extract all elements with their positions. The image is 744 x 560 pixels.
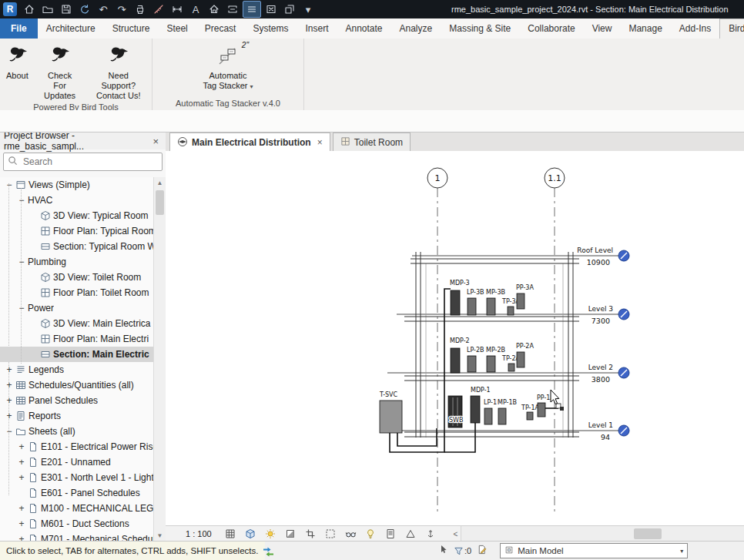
ribbon-tab-analyze[interactable]: Analyze <box>391 18 441 39</box>
equipment-mdp-2[interactable]: MDP-2 <box>450 337 470 373</box>
ribbon-tab-annotate[interactable]: Annotate <box>337 18 390 39</box>
selection-cursor-icon[interactable] <box>439 545 448 557</box>
ribbon-tab-massing-site[interactable]: Massing & Site <box>441 18 519 39</box>
ribbon-tab-collaborate[interactable]: Collaborate <box>519 18 583 39</box>
ribbon-tab-view[interactable]: View <box>584 18 621 39</box>
view-tab-main-electrical-distribution[interactable]: Main Electrical Distribution× <box>169 132 330 152</box>
view-tab-toilet-room[interactable]: Toilet Room <box>333 132 411 151</box>
scrollbar-thumb[interactable] <box>156 190 164 215</box>
hide-analytical-model-icon[interactable] <box>404 528 417 540</box>
ribbon-tab-bird-tools[interactable]: Bird Tools <box>719 18 744 39</box>
expander-plus-icon[interactable]: + <box>17 441 26 452</box>
horizontal-scrollbar[interactable] <box>461 526 744 542</box>
close-icon[interactable]: × <box>150 136 162 147</box>
tree-item-m601-duct-sections[interactable]: +M601 - Duct Sections <box>0 516 154 531</box>
search-input[interactable] <box>22 156 158 168</box>
ribbon-tab-structure[interactable]: Structure <box>104 18 159 39</box>
tree-item-schedules-quantities-all[interactable]: +Schedules/Quantities (all) <box>0 377 154 393</box>
expander-plus-icon[interactable]: + <box>17 457 26 468</box>
tree-item-m100-mechanical-legend[interactable]: +M100 - MECHANICAL LEGEND <box>0 501 154 516</box>
equipment-t-svc[interactable]: T-SVC <box>379 391 402 433</box>
editable-only-icon[interactable] <box>477 545 487 557</box>
ribbon-tab-systems[interactable]: Systems <box>244 18 297 39</box>
reveal-hidden-elements-icon[interactable] <box>364 528 377 540</box>
view-scale[interactable]: 1 : 100 <box>186 529 212 538</box>
scroll-down-icon[interactable]: ▼ <box>154 530 166 542</box>
panel-tag[interactable] <box>560 407 564 411</box>
show-constraints-icon[interactable] <box>424 528 437 540</box>
sun-path-icon[interactable] <box>264 528 277 540</box>
expander-plus-icon[interactable]: + <box>5 411 14 421</box>
redo-icon[interactable]: ↷ <box>113 2 130 17</box>
check-for-updates-button[interactable]: CheckFor Updates <box>33 40 87 101</box>
print-icon[interactable] <box>132 2 149 17</box>
selection-filter-icon[interactable]: :0 <box>454 546 471 556</box>
save-icon[interactable] <box>58 2 75 17</box>
equipment-lp-2b[interactable]: LP-2B <box>467 347 484 372</box>
drawing-canvas[interactable]: 11.1Roof Level10900Level 37300Level 2380… <box>166 151 744 526</box>
tree-item-legends[interactable]: +Legends <box>0 362 154 377</box>
temporary-view-properties-icon[interactable] <box>384 528 397 540</box>
undo-icon[interactable]: ↶ <box>95 2 112 17</box>
equipment-pp-2a[interactable]: PP-2A <box>516 343 534 367</box>
ribbon-tab-insert[interactable]: Insert <box>297 18 337 39</box>
tree-item-floor-plan-main-electri[interactable]: Floor Plan: Main Electri <box>0 331 154 347</box>
horizontal-scrollbar-thumb[interactable] <box>634 528 662 539</box>
ribbon-tab-architecture[interactable]: Architecture <box>38 18 104 39</box>
tree-item-e301-north-level-1-lightin[interactable]: +E301 - North Level 1 - Lightin <box>0 470 154 485</box>
close-hidden-windows-icon[interactable] <box>263 2 280 17</box>
ribbon-tab-precast[interactable]: Precast <box>196 18 245 39</box>
expander-minus-icon[interactable]: − <box>17 195 26 206</box>
expander-plus-icon[interactable]: + <box>5 395 14 406</box>
tree-item-sheets-all[interactable]: −Sheets (all) <box>0 424 154 439</box>
dimension-icon[interactable] <box>169 2 186 17</box>
equipment-swb[interactable]: SWB <box>448 396 463 428</box>
customize-qat-icon[interactable]: ▾ <box>300 2 317 17</box>
tree-item-e201-unnamed[interactable]: +E201 - Unnamed <box>0 454 154 470</box>
measure-icon[interactable] <box>150 2 167 17</box>
tree-item-floor-plan-toilet-room[interactable]: Floor Plan: Toilet Room <box>0 285 154 300</box>
tree-item-hvac[interactable]: −HVAC <box>0 193 154 208</box>
shadows-icon[interactable] <box>284 528 297 540</box>
close-icon[interactable]: × <box>317 137 323 148</box>
section-icon[interactable] <box>224 2 241 17</box>
project-browser-header[interactable]: Project Browser - rme_basic_sampl... × <box>0 132 166 149</box>
search-box[interactable] <box>3 153 163 171</box>
home-icon[interactable] <box>21 2 38 17</box>
tree-item-power[interactable]: −Power <box>0 300 154 316</box>
expander-plus-icon[interactable]: + <box>17 503 26 514</box>
detail-level-icon[interactable] <box>224 528 237 540</box>
expander-minus-icon[interactable]: − <box>5 426 14 437</box>
design-options-select[interactable]: Main Model ▾ <box>500 543 688 558</box>
expander-minus-icon[interactable]: − <box>17 303 26 314</box>
expander-minus-icon[interactable]: − <box>17 257 26 267</box>
thin-lines-icon[interactable] <box>243 1 261 18</box>
show-crop-region-icon[interactable] <box>324 528 337 540</box>
tree-item-3d-view-typical-room[interactable]: 3D View: Typical Room <box>0 208 154 223</box>
tree-item-views-simple[interactable]: −Views (Simple) <box>0 177 154 193</box>
equipment-pp-3a[interactable]: PP-3A <box>516 284 534 309</box>
tree-item-e101-electrical-power-riser-d[interactable]: +E101 - Electrical Power Riser D <box>0 439 154 454</box>
tree-item-section-typical-room-w[interactable]: Section: Typical Room W <box>0 239 154 254</box>
ribbon-tab-steel[interactable]: Steel <box>158 18 196 39</box>
expander-plus-icon[interactable]: + <box>5 380 14 391</box>
equipment-mdp-3[interactable]: MDP-3 <box>450 280 470 315</box>
ribbon-tab-file[interactable]: File <box>0 18 38 39</box>
default-3d-view-icon[interactable] <box>206 2 223 17</box>
level-level-1[interactable]: Level 194 <box>387 421 629 441</box>
tree-item-panel-schedules[interactable]: +Panel Schedules <box>0 393 154 408</box>
drawing-area[interactable]: 11.1Roof Level10900Level 37300Level 2380… <box>166 151 744 526</box>
tree-item-plumbing[interactable]: −Plumbing <box>0 254 154 270</box>
expander-plus-icon[interactable]: + <box>17 518 26 529</box>
text-icon[interactable]: A <box>187 2 204 17</box>
expander-minus-icon[interactable]: − <box>5 179 14 190</box>
need-support-contact-us-button[interactable]: Need Support?Contact Us! <box>86 40 150 101</box>
sync-icon[interactable] <box>76 2 93 17</box>
expander-plus-icon[interactable]: + <box>17 472 26 483</box>
visual-style-icon[interactable] <box>244 528 257 540</box>
ribbon-tab-add-ins[interactable]: Add-Ins <box>671 18 719 39</box>
temporary-hide-isolate-icon[interactable] <box>344 528 357 540</box>
equipment-mp-1b[interactable]: MP-1B <box>498 399 517 424</box>
scroll-left-icon[interactable]: < <box>451 526 461 542</box>
open-icon[interactable] <box>39 2 56 17</box>
